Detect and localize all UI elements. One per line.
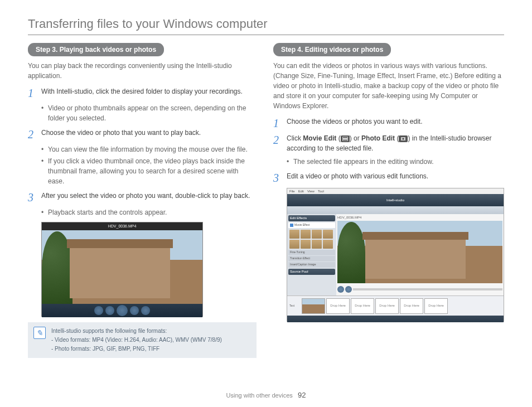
step3-header: Step 3. Playing back videos or photos bbox=[28, 43, 164, 56]
side-edit-effects[interactable]: Edit Effects bbox=[288, 215, 335, 221]
bullet: Video or photo thumbnails appear on the … bbox=[41, 103, 257, 123]
play-icon[interactable] bbox=[117, 305, 128, 316]
timeline-drop[interactable]: Drop Here bbox=[326, 298, 350, 314]
editor-main: HDV_0036.MP4 bbox=[336, 214, 504, 295]
player-titlebar: HDV_0036.MP4 bbox=[42, 222, 202, 230]
movie-edit-label: Movie Edit bbox=[303, 134, 336, 142]
photo-roof bbox=[362, 232, 468, 240]
effect-thumb[interactable] bbox=[323, 230, 333, 239]
editor-tabrow bbox=[287, 206, 504, 214]
note-line: Intelli-studio supports the following fi… bbox=[51, 327, 222, 335]
page-number: 92 bbox=[298, 391, 306, 399]
seek-bar[interactable] bbox=[353, 288, 502, 290]
editor-sidebar: Edit Effects Movie Effect bbox=[287, 214, 336, 295]
step4-text1: Choose the videos or photos you want to … bbox=[287, 117, 504, 130]
menu-item[interactable]: Edit bbox=[298, 189, 304, 194]
footer: Using with other devices 92 bbox=[0, 391, 532, 399]
photo-house bbox=[365, 240, 466, 279]
effect-thumbs bbox=[288, 229, 335, 250]
editor-timeline: Text Drop Here Drop Here Drop Here Drop … bbox=[287, 295, 504, 316]
stop-icon[interactable] bbox=[345, 286, 352, 293]
step4-item1: 1 Choose the videos or photos you want t… bbox=[273, 117, 504, 130]
preview-filename: HDV_0036.MP4 bbox=[337, 215, 502, 220]
timeline-drop[interactable]: Drop Here bbox=[351, 298, 374, 314]
step3-text1: With Intelli-studio, click the desired f… bbox=[41, 86, 257, 100]
columns: Step 3. Playing back videos or photos Yo… bbox=[28, 43, 504, 358]
photo-tree bbox=[337, 222, 365, 283]
step3-3-bullets: Playback starts and the controls appear. bbox=[41, 207, 257, 217]
effect-thumb[interactable] bbox=[323, 240, 333, 249]
editor-preview bbox=[337, 221, 502, 283]
footer-text: Using with other devices bbox=[226, 392, 293, 399]
timeline-drop[interactable]: Drop Here bbox=[424, 298, 448, 314]
step3-item1: 1 With Intelli-studio, click the desired… bbox=[28, 86, 257, 100]
photo-edit-label: Photo Edit bbox=[361, 134, 395, 142]
step4-text3: Edit a video or photo with various edit … bbox=[287, 171, 504, 185]
movie-effect-icon bbox=[290, 224, 293, 227]
bullet: You can view the file information by mov… bbox=[41, 144, 257, 154]
note-icon: ✎ bbox=[33, 327, 46, 339]
step-number-2: 2 bbox=[273, 133, 284, 153]
step-number-1: 1 bbox=[273, 117, 284, 130]
effect-thumb[interactable] bbox=[301, 230, 311, 239]
step3-item2: 2 Choose the video or photo that you wan… bbox=[28, 128, 257, 141]
player-photo bbox=[42, 230, 202, 304]
step-number-2: 2 bbox=[28, 128, 39, 141]
next-icon[interactable] bbox=[141, 306, 150, 315]
menu-item[interactable]: View bbox=[307, 189, 315, 194]
page-title: Transferring files to your Windows compu… bbox=[28, 17, 504, 31]
t: Click bbox=[287, 134, 303, 142]
page: Transferring files to your Windows compu… bbox=[0, 0, 532, 407]
step-number-3: 3 bbox=[273, 171, 284, 185]
right-column: Step 4. Editing videos or photos You can… bbox=[273, 43, 504, 358]
movie-edit-icon bbox=[341, 135, 350, 142]
forward-icon[interactable] bbox=[130, 306, 139, 315]
editor-topbar: Intelli-studio bbox=[287, 194, 504, 206]
left-column: Step 3. Playing back videos or photos Yo… bbox=[28, 43, 257, 358]
effect-thumb[interactable] bbox=[289, 240, 299, 249]
timeline-drop[interactable]: Drop Here bbox=[400, 298, 423, 314]
svg-rect-1 bbox=[343, 137, 347, 138]
editor-screenshot: File Edit View Tool Intelli-studio Edit … bbox=[287, 188, 504, 322]
svg-rect-2 bbox=[343, 140, 347, 140]
photo-roof bbox=[67, 239, 173, 248]
menu-item[interactable]: Tool bbox=[318, 189, 324, 194]
effect-thumb[interactable] bbox=[301, 240, 311, 249]
transition-row[interactable]: Transition Effect bbox=[288, 256, 335, 261]
fine-tuning-row[interactable]: Fine-Tuning bbox=[288, 250, 335, 255]
player-controls bbox=[42, 304, 202, 317]
note-content: Intelli-studio supports the following fi… bbox=[51, 327, 222, 353]
step3-item3: 3 After you select the video or photo yo… bbox=[28, 191, 257, 204]
effect-thumb[interactable] bbox=[312, 230, 322, 239]
source-pool-header[interactable]: Source Pool bbox=[288, 269, 335, 275]
app-title: Intelli-studio bbox=[386, 198, 404, 203]
effect-thumb[interactable] bbox=[312, 240, 322, 249]
effect-thumb[interactable] bbox=[289, 230, 299, 239]
step-number-3: 3 bbox=[28, 191, 39, 204]
editor-body: Edit Effects Movie Effect bbox=[287, 214, 504, 295]
svg-point-4 bbox=[403, 138, 404, 139]
track-label: Text bbox=[289, 304, 301, 308]
prev-icon[interactable] bbox=[94, 306, 103, 315]
step3-1-bullets: Video or photo thumbnails appear on the … bbox=[41, 103, 257, 123]
playback-screenshot: HDV_0036.MP4 bbox=[41, 222, 203, 317]
play-icon[interactable] bbox=[337, 286, 344, 293]
step4-2-bullets: The selected file appears in the editing… bbox=[287, 157, 504, 167]
rewind-icon[interactable] bbox=[105, 306, 114, 315]
divider bbox=[28, 35, 504, 35]
step3-text2: Choose the video or photo that you want … bbox=[41, 128, 257, 141]
movie-effect-label[interactable]: Movie Effect bbox=[294, 223, 309, 227]
editor-controls bbox=[337, 285, 502, 293]
photo-edit-icon bbox=[399, 135, 408, 142]
timeline-drop[interactable]: Drop Here bbox=[375, 298, 399, 314]
t: or bbox=[354, 134, 361, 142]
step4-item3: 3 Edit a video or photo with various edi… bbox=[273, 171, 504, 185]
bullet: The selected file appears in the editing… bbox=[287, 157, 504, 167]
menu-item[interactable]: File bbox=[289, 189, 295, 194]
note-line: - Video formats: MP4 (Video: H.264, Audi… bbox=[51, 336, 222, 344]
bullet: If you click a video thumbnail once, the… bbox=[41, 156, 257, 186]
step4-item2: 2 Click Movie Edit () or Photo Edit () i… bbox=[273, 133, 504, 153]
note-box: ✎ Intelli-studio supports the following … bbox=[28, 322, 257, 358]
insert-caption-row[interactable]: Insert/Caption Image bbox=[288, 262, 335, 268]
timeline-clip[interactable] bbox=[302, 298, 325, 314]
